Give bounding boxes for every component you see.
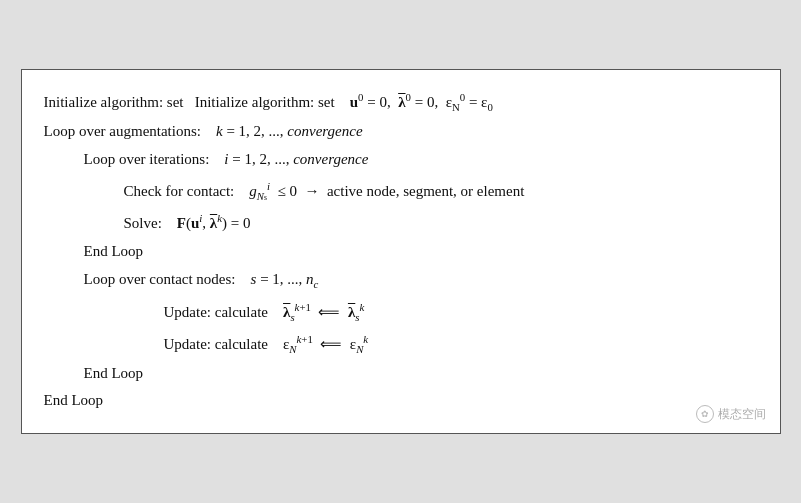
- line-end-loop-outer: End Loop: [44, 387, 758, 415]
- g-ns: g: [249, 183, 257, 199]
- loop-iter-text: Loop over iterations: i = 1, 2, ..., con…: [84, 146, 369, 174]
- solve-text: Solve: F(ui, λk) = 0: [124, 209, 251, 238]
- Ns-sub: Ns: [257, 190, 267, 202]
- i-iteration: i: [224, 151, 228, 167]
- watermark-icon: ✿: [696, 405, 714, 423]
- end-loop-outer-text: End Loop: [44, 387, 104, 415]
- convergence1: convergence: [287, 123, 362, 139]
- line-solve: Solve: F(ui, λk) = 0: [124, 209, 758, 238]
- s-var: s: [251, 271, 257, 287]
- u0: u: [350, 94, 358, 110]
- initialize-text: Initialize algorithm: set Initialize alg…: [44, 88, 493, 118]
- end-loop-inner-text: End Loop: [84, 238, 144, 266]
- F-bold: F: [177, 215, 186, 231]
- line-end-loop-inner: End Loop: [84, 238, 758, 266]
- convergence2: convergence: [293, 151, 368, 167]
- loop-aug-text: Loop over augmentations: k = 1, 2, ..., …: [44, 118, 363, 146]
- k-iteration: k: [216, 123, 223, 139]
- check-contact-text: Check for contact: gNsi ≤ 0 → active nod…: [124, 177, 525, 207]
- line-initialize: Initialize algorithm: set Initialize alg…: [44, 88, 758, 118]
- line-end-loop-contact: End Loop: [84, 360, 758, 388]
- loop-contact-text: Loop over contact nodes: s = 1, ..., nc: [84, 266, 319, 295]
- watermark: ✿ 模态空间: [696, 405, 766, 423]
- line-loop-augmentations: Loop over augmentations: k = 1, 2, ..., …: [44, 118, 758, 146]
- algorithm-box: Initialize algorithm: set Initialize alg…: [21, 69, 781, 434]
- lambda0: λ: [398, 94, 405, 110]
- line-loop-iterations: Loop over iterations: i = 1, 2, ..., con…: [84, 146, 758, 174]
- end-loop-contact-text: End Loop: [84, 360, 144, 388]
- line-loop-contact-nodes: Loop over contact nodes: s = 1, ..., nc: [84, 266, 758, 295]
- line-update-lambda: Update: calculate λsk+1 ⟸ λsk: [164, 298, 758, 328]
- N-sub: N: [452, 101, 460, 113]
- line-update-epsilon: Update: calculate εNk+1 ⟸ εNk: [164, 330, 758, 360]
- watermark-text: 模态空间: [718, 406, 766, 423]
- line-check-contact: Check for contact: gNsi ≤ 0 → active nod…: [124, 177, 758, 207]
- nc-var: nc: [306, 271, 318, 287]
- update-epsilon-text: Update: calculate εNk+1 ⟸ εNk: [164, 330, 369, 360]
- update-lambda-text: Update: calculate λsk+1 ⟸ λsk: [164, 298, 365, 328]
